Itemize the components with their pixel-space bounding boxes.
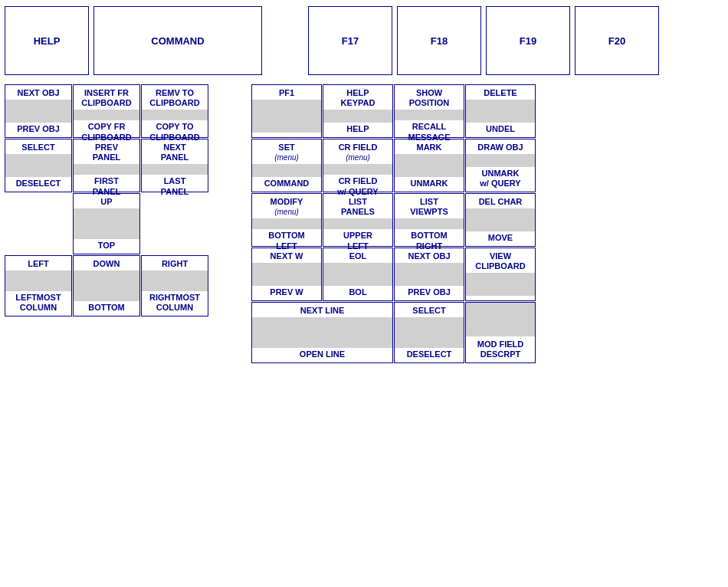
list-panels-upper-left-key[interactable]: LISTPANELS UPPERLEFT: [323, 193, 393, 247]
remv-copy-to-clipboard-key[interactable]: REMV TOCLIPBOARD COPY TOCLIPBOARD: [141, 84, 208, 138]
help-key[interactable]: HELP: [5, 6, 89, 75]
f18-key[interactable]: F18: [397, 6, 481, 75]
right-rightmost-key[interactable]: RIGHT RIGHTMOSTCOLUMN: [141, 255, 208, 316]
right-row4: NEXT W PREV W EOL BOL NEXT OBJ PREV OBJ …: [251, 248, 536, 301]
list-viewpts-bottom-right-key[interactable]: LISTVIEWPTS BOTTOMRIGHT: [394, 193, 464, 247]
delete-undel-key[interactable]: DELETE UNDEL: [465, 84, 536, 138]
view-clipboard-key[interactable]: VIEWCLIPBOARD: [465, 248, 536, 301]
left-keyboard: NEXT OBJ PREV OBJ INSERT FRCLIPBOARD COP…: [5, 84, 208, 316]
left-row3: UP TOP: [5, 193, 208, 254]
next-open-line-key[interactable]: NEXT LINE OPEN LINE: [251, 302, 393, 363]
next-prev-w-key[interactable]: NEXT W PREV W: [251, 248, 322, 301]
select-deselect-key[interactable]: SELECT DESELECT: [5, 139, 72, 192]
eol-bol-key[interactable]: EOL BOL: [323, 248, 393, 301]
modify-bottom-left-key[interactable]: MODIFY(menu) BOTTOMLEFT: [251, 193, 322, 247]
right-row3: MODIFY(menu) BOTTOMLEFT LISTPANELS UPPER…: [251, 193, 536, 247]
f20-key[interactable]: F20: [575, 6, 659, 75]
left-row4: LEFT LEFTMOSTCOLUMN DOWN BOTTOM RIGHT RI…: [5, 255, 208, 316]
down-bottom-key[interactable]: DOWN BOTTOM: [73, 255, 140, 316]
set-command-key[interactable]: SET(menu) COMMAND: [251, 139, 322, 192]
mod-field-descrpt-key[interactable]: MOD FIELDDESCRPT: [465, 302, 536, 363]
left-row1: NEXT OBJ PREV OBJ INSERT FRCLIPBOARD COP…: [5, 84, 208, 138]
up-top-key[interactable]: UP TOP: [73, 193, 140, 254]
empty-left3: [5, 193, 72, 254]
right-row2: SET(menu) COMMAND CR FIELD(menu) CR FIEL…: [251, 139, 536, 192]
select-deselect-right-key[interactable]: SELECT DESELECT: [394, 302, 464, 363]
pf1-key[interactable]: PF1: [251, 84, 322, 138]
draw-unmark-query-key[interactable]: DRAW OBJ UNMARKw/ QUERY: [465, 139, 536, 192]
mark-unmark-key[interactable]: MARK UNMARK: [394, 139, 464, 192]
right-row5: NEXT LINE OPEN LINE SELECT DESELECT MOD …: [251, 302, 536, 363]
right-keyboard: PF1 HELPKEYPAD HELP SHOWPOSITION RECALLM…: [251, 84, 536, 363]
cr-field-key[interactable]: CR FIELD(menu) CR FIELDw/ QUERY: [323, 139, 393, 192]
prev-first-panel-key[interactable]: PREVPANEL FIRSTPANEL: [73, 139, 140, 192]
f17-key[interactable]: F17: [308, 6, 392, 75]
next-prev-obj-key[interactable]: NEXT OBJ PREV OBJ: [5, 84, 72, 138]
next-prev-obj-right-key[interactable]: NEXT OBJ PREV OBJ: [394, 248, 464, 301]
keyboard-area: NEXT OBJ PREV OBJ INSERT FRCLIPBOARD COP…: [5, 84, 723, 363]
empty-right3: [141, 193, 208, 254]
right-row1: PF1 HELPKEYPAD HELP SHOWPOSITION RECALLM…: [251, 84, 536, 138]
left-leftmost-key[interactable]: LEFT LEFTMOSTCOLUMN: [5, 255, 72, 316]
left-row2: SELECT DESELECT PREVPANEL FIRSTPANEL NEX…: [5, 139, 208, 192]
show-recall-key[interactable]: SHOWPOSITION RECALLMESSAGE: [394, 84, 464, 138]
main-container: HELP COMMAND F17 F18 F19 F20: [0, 0, 728, 369]
help-keypad-key[interactable]: HELPKEYPAD HELP: [323, 84, 393, 138]
top-row: HELP COMMAND F17 F18 F19 F20: [5, 6, 723, 75]
next-last-panel-key[interactable]: NEXTPANEL LASTPANEL: [141, 139, 208, 192]
del-char-move-key[interactable]: DEL CHAR MOVE: [465, 193, 536, 247]
insert-copy-fr-clipboard-key[interactable]: INSERT FRCLIPBOARD COPY FRCLIPBOARD: [73, 84, 140, 138]
command-key[interactable]: COMMAND: [93, 6, 262, 75]
f19-key[interactable]: F19: [486, 6, 570, 75]
